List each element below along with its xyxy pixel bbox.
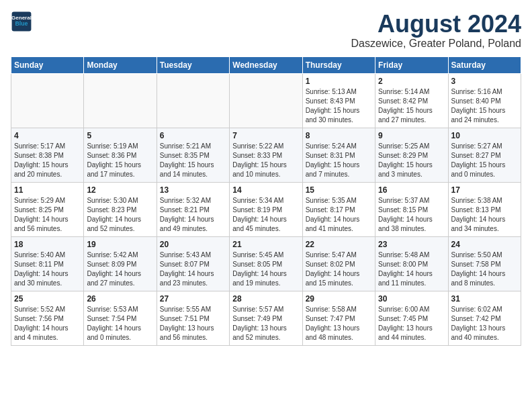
day-info: Sunrise: 5:52 AM Sunset: 7:56 PM Dayligh… <box>14 305 81 342</box>
page-subtitle: Daszewice, Greater Poland, Poland <box>351 38 521 50</box>
calendar-week-row: 25Sunrise: 5:52 AM Sunset: 7:56 PM Dayli… <box>11 291 521 345</box>
day-number: 22 <box>306 240 372 249</box>
day-info: Sunrise: 5:40 AM Sunset: 8:11 PM Dayligh… <box>14 250 81 288</box>
calendar-cell <box>84 73 157 128</box>
day-info: Sunrise: 5:35 AM Sunset: 8:17 PM Dayligh… <box>306 196 372 234</box>
weekday-header: Tuesday <box>157 56 229 73</box>
day-info: Sunrise: 5:29 AM Sunset: 8:25 PM Dayligh… <box>14 196 81 234</box>
calendar-cell: 13Sunrise: 5:32 AM Sunset: 8:21 PM Dayli… <box>157 182 229 236</box>
day-info: Sunrise: 5:50 AM Sunset: 7:58 PM Dayligh… <box>451 250 518 288</box>
day-info: Sunrise: 6:02 AM Sunset: 7:42 PM Dayligh… <box>451 305 518 342</box>
day-info: Sunrise: 5:16 AM Sunset: 8:40 PM Dayligh… <box>451 87 518 125</box>
calendar-cell: 27Sunrise: 5:55 AM Sunset: 7:51 PM Dayli… <box>157 291 229 345</box>
day-number: 20 <box>160 240 226 249</box>
weekday-header: Saturday <box>448 56 521 73</box>
day-info: Sunrise: 5:48 AM Sunset: 8:00 PM Dayligh… <box>378 250 445 288</box>
day-number: 16 <box>378 185 445 195</box>
day-info: Sunrise: 5:57 AM Sunset: 7:49 PM Dayligh… <box>232 305 299 342</box>
day-number: 30 <box>378 294 445 304</box>
weekday-header: Sunday <box>11 56 84 73</box>
calendar-cell: 24Sunrise: 5:50 AM Sunset: 7:58 PM Dayli… <box>448 236 521 291</box>
calendar-header: SundayMondayTuesdayWednesdayThursdayFrid… <box>11 56 521 73</box>
calendar-cell: 19Sunrise: 5:42 AM Sunset: 8:09 PM Dayli… <box>84 236 157 291</box>
day-info: Sunrise: 5:24 AM Sunset: 8:31 PM Dayligh… <box>306 142 372 179</box>
day-number: 18 <box>14 240 81 249</box>
calendar-cell: 14Sunrise: 5:34 AM Sunset: 8:19 PM Dayli… <box>230 182 302 236</box>
day-number: 1 <box>306 77 372 86</box>
day-info: Sunrise: 5:55 AM Sunset: 7:51 PM Dayligh… <box>160 305 226 342</box>
calendar-cell: 5Sunrise: 5:19 AM Sunset: 8:36 PM Daylig… <box>84 128 157 182</box>
calendar-cell: 9Sunrise: 5:25 AM Sunset: 8:29 PM Daylig… <box>375 128 448 182</box>
day-number: 28 <box>232 294 299 304</box>
day-number: 21 <box>232 240 299 249</box>
day-number: 31 <box>451 294 518 304</box>
weekday-header: Thursday <box>302 56 375 73</box>
day-number: 7 <box>232 131 299 140</box>
svg-text:General: General <box>11 15 32 21</box>
day-info: Sunrise: 6:00 AM Sunset: 7:45 PM Dayligh… <box>378 305 445 342</box>
calendar-cell: 8Sunrise: 5:24 AM Sunset: 8:31 PM Daylig… <box>302 128 375 182</box>
calendar-cell: 7Sunrise: 5:22 AM Sunset: 8:33 PM Daylig… <box>230 128 302 182</box>
day-number: 25 <box>14 294 81 304</box>
day-info: Sunrise: 5:19 AM Sunset: 8:36 PM Dayligh… <box>87 142 153 179</box>
calendar-cell: 18Sunrise: 5:40 AM Sunset: 8:11 PM Dayli… <box>11 236 84 291</box>
day-info: Sunrise: 5:14 AM Sunset: 8:42 PM Dayligh… <box>378 87 445 125</box>
day-number: 24 <box>451 240 518 249</box>
calendar-cell: 29Sunrise: 5:58 AM Sunset: 7:47 PM Dayli… <box>302 291 375 345</box>
calendar-cell: 3Sunrise: 5:16 AM Sunset: 8:40 PM Daylig… <box>448 73 521 128</box>
calendar-cell: 21Sunrise: 5:45 AM Sunset: 8:05 PM Dayli… <box>230 236 302 291</box>
calendar-cell: 28Sunrise: 5:57 AM Sunset: 7:49 PM Dayli… <box>230 291 302 345</box>
day-number: 17 <box>451 185 518 195</box>
day-number: 19 <box>87 240 153 249</box>
calendar-week-row: 4Sunrise: 5:17 AM Sunset: 8:38 PM Daylig… <box>11 128 521 182</box>
logo: General Blue <box>11 11 32 32</box>
page-header: General Blue August 2024 Daszewice, Grea… <box>11 11 521 50</box>
day-number: 15 <box>306 185 372 195</box>
day-info: Sunrise: 5:21 AM Sunset: 8:35 PM Dayligh… <box>160 142 226 179</box>
svg-text:Blue: Blue <box>15 20 28 27</box>
calendar-cell: 22Sunrise: 5:47 AM Sunset: 8:02 PM Dayli… <box>302 236 375 291</box>
calendar-cell: 31Sunrise: 6:02 AM Sunset: 7:42 PM Dayli… <box>448 291 521 345</box>
calendar-table: SundayMondayTuesdayWednesdayThursdayFrid… <box>11 56 521 346</box>
day-info: Sunrise: 5:47 AM Sunset: 8:02 PM Dayligh… <box>306 250 372 288</box>
day-number: 26 <box>87 294 153 304</box>
day-info: Sunrise: 5:25 AM Sunset: 8:29 PM Dayligh… <box>378 142 445 179</box>
calendar-cell: 25Sunrise: 5:52 AM Sunset: 7:56 PM Dayli… <box>11 291 84 345</box>
day-number: 29 <box>306 294 372 304</box>
calendar-cell: 11Sunrise: 5:29 AM Sunset: 8:25 PM Dayli… <box>11 182 84 236</box>
calendar-cell: 15Sunrise: 5:35 AM Sunset: 8:17 PM Dayli… <box>302 182 375 236</box>
weekday-header: Friday <box>375 56 448 73</box>
day-number: 9 <box>378 131 445 140</box>
calendar-cell <box>230 73 302 128</box>
calendar-cell: 1Sunrise: 5:13 AM Sunset: 8:43 PM Daylig… <box>302 73 375 128</box>
weekday-header: Monday <box>84 56 157 73</box>
day-number: 23 <box>378 240 445 249</box>
day-number: 4 <box>14 131 81 140</box>
calendar-cell: 17Sunrise: 5:38 AM Sunset: 8:13 PM Dayli… <box>448 182 521 236</box>
weekday-header: Wednesday <box>230 56 302 73</box>
calendar-week-row: 18Sunrise: 5:40 AM Sunset: 8:11 PM Dayli… <box>11 236 521 291</box>
day-info: Sunrise: 5:53 AM Sunset: 7:54 PM Dayligh… <box>87 305 153 342</box>
calendar-cell: 20Sunrise: 5:43 AM Sunset: 8:07 PM Dayli… <box>157 236 229 291</box>
day-info: Sunrise: 5:22 AM Sunset: 8:33 PM Dayligh… <box>232 142 299 179</box>
day-number: 2 <box>378 77 445 86</box>
day-info: Sunrise: 5:27 AM Sunset: 8:27 PM Dayligh… <box>451 142 518 179</box>
day-number: 3 <box>451 77 518 86</box>
day-info: Sunrise: 5:43 AM Sunset: 8:07 PM Dayligh… <box>160 250 226 288</box>
day-info: Sunrise: 5:42 AM Sunset: 8:09 PM Dayligh… <box>87 250 153 288</box>
calendar-cell: 30Sunrise: 6:00 AM Sunset: 7:45 PM Dayli… <box>375 291 448 345</box>
calendar-week-row: 1Sunrise: 5:13 AM Sunset: 8:43 PM Daylig… <box>11 73 521 128</box>
calendar-week-row: 11Sunrise: 5:29 AM Sunset: 8:25 PM Dayli… <box>11 182 521 236</box>
day-info: Sunrise: 5:30 AM Sunset: 8:23 PM Dayligh… <box>87 196 153 234</box>
calendar-cell: 4Sunrise: 5:17 AM Sunset: 8:38 PM Daylig… <box>11 128 84 182</box>
day-info: Sunrise: 5:34 AM Sunset: 8:19 PM Dayligh… <box>232 196 299 234</box>
calendar-cell: 10Sunrise: 5:27 AM Sunset: 8:27 PM Dayli… <box>448 128 521 182</box>
weekday-header-row: SundayMondayTuesdayWednesdayThursdayFrid… <box>11 56 521 73</box>
calendar-cell: 16Sunrise: 5:37 AM Sunset: 8:15 PM Dayli… <box>375 182 448 236</box>
page-title: August 2024 <box>351 11 521 38</box>
day-number: 11 <box>14 185 81 195</box>
day-number: 12 <box>87 185 153 195</box>
day-info: Sunrise: 5:17 AM Sunset: 8:38 PM Dayligh… <box>14 142 81 179</box>
day-number: 5 <box>87 131 153 140</box>
calendar-cell: 12Sunrise: 5:30 AM Sunset: 8:23 PM Dayli… <box>84 182 157 236</box>
